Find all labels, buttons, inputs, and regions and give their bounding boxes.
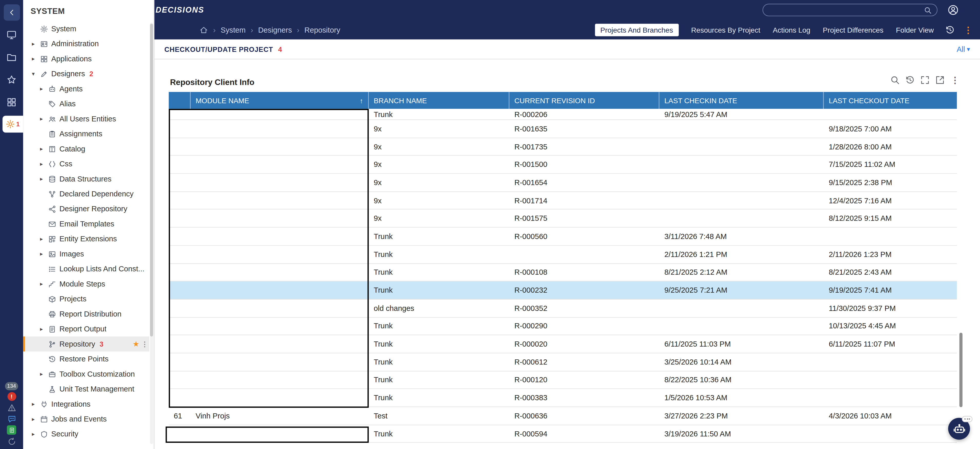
item-menu-icon[interactable]: ⋮ bbox=[142, 341, 146, 348]
warnings-icon[interactable] bbox=[6, 403, 17, 412]
sidebar-item-css[interactable]: Css bbox=[23, 157, 149, 171]
sidebar-item-declared-dependency[interactable]: Declared Dependency bbox=[23, 186, 149, 201]
expand-caret-icon[interactable] bbox=[32, 431, 40, 437]
errors-badge[interactable]: ! bbox=[7, 392, 16, 401]
favorite-star-icon[interactable]: ★ bbox=[133, 340, 139, 348]
tab-resources-by-project[interactable]: Resources By Project bbox=[691, 26, 760, 34]
sidebar-item-integrations[interactable]: Integrations bbox=[23, 396, 149, 412]
tab-actions-log[interactable]: Actions Log bbox=[773, 26, 810, 34]
sidebar-item-designers[interactable]: Designers 2 bbox=[23, 66, 149, 81]
expand-caret-icon[interactable] bbox=[40, 251, 48, 257]
system-settings-icon[interactable]: 1 bbox=[3, 116, 23, 133]
column-header-module-name[interactable]: MODULE NAME↑ bbox=[191, 92, 369, 109]
breadcrumb-item[interactable]: System bbox=[221, 26, 245, 34]
tab-project-differences[interactable]: Project Differences bbox=[823, 26, 883, 34]
more-icon[interactable]: ⋮ bbox=[950, 75, 960, 85]
column-header-last-checkout-date[interactable]: LAST CHECKOUT DATE bbox=[824, 92, 957, 109]
cell-branch-name: Test bbox=[369, 407, 509, 424]
sidebar-item-jobs-and-events[interactable]: Jobs and Events bbox=[23, 412, 149, 427]
folders-icon[interactable] bbox=[3, 48, 20, 66]
breadcrumb-item[interactable]: Designers bbox=[258, 26, 292, 34]
sidebar-item-images[interactable]: Images bbox=[23, 246, 149, 261]
sidebar-item-label: Declared Dependency bbox=[59, 189, 134, 198]
css-icon bbox=[48, 160, 56, 168]
column-header-select[interactable] bbox=[169, 92, 191, 109]
header-more-icon[interactable]: ⋮ bbox=[964, 26, 972, 34]
sidebar-item-system[interactable]: System bbox=[23, 21, 149, 36]
flask-icon bbox=[48, 385, 56, 393]
column-header-branch-name[interactable]: BRANCH NAME bbox=[369, 92, 509, 109]
search-icon[interactable] bbox=[890, 75, 900, 85]
expand-caret-icon[interactable] bbox=[40, 146, 48, 152]
expand-caret-icon[interactable] bbox=[40, 116, 48, 122]
sidebar-item-designer-repository[interactable]: Designer Repository bbox=[23, 201, 149, 216]
grid-scrollbar-thumb[interactable] bbox=[959, 333, 963, 407]
column-header-last-checkin-date[interactable]: LAST CHECKIN DATE bbox=[659, 92, 824, 109]
sidebar-item-catalog[interactable]: Catalog bbox=[23, 141, 149, 157]
expand-caret-icon[interactable] bbox=[32, 70, 40, 77]
expand-caret-icon[interactable] bbox=[32, 416, 40, 422]
expand-caret-icon[interactable] bbox=[40, 86, 48, 92]
expand-caret-icon[interactable] bbox=[32, 56, 40, 62]
sidebar-item-unit-test-management[interactable]: Unit Test Management bbox=[23, 382, 149, 396]
sidebar-item-repository[interactable]: Repository 3 ★ ⋮ bbox=[23, 337, 149, 352]
sidebar-item-assignments[interactable]: Assignments bbox=[23, 126, 149, 141]
assistant-button[interactable] bbox=[948, 418, 970, 439]
sidebar-item-lookup-lists-and-const[interactable]: Lookup Lists And Const... bbox=[23, 261, 149, 276]
sidebar-item-data-structures[interactable]: Data Structures bbox=[23, 171, 149, 186]
column-header-current-revision-id[interactable]: CURRENT REVISION ID bbox=[509, 92, 660, 109]
sidebar-item-security[interactable]: Security bbox=[23, 427, 149, 441]
collapse-panel-button[interactable] bbox=[3, 4, 19, 21]
refresh-icon[interactable] bbox=[905, 75, 915, 85]
notes-icon[interactable] bbox=[7, 425, 16, 435]
calendar-icon bbox=[40, 415, 48, 423]
search-icon[interactable] bbox=[924, 6, 932, 14]
tab-folder-view[interactable]: Folder View bbox=[896, 26, 934, 34]
tasks-count-badge[interactable]: 134 bbox=[5, 382, 18, 390]
sidebar-item-all-users-entities[interactable]: All Users Entities bbox=[23, 112, 149, 126]
breadcrumb-item[interactable]: Repository bbox=[304, 26, 340, 34]
table-row[interactable]: 61 Vinh Projs Test R-000636 3/27/2026 2:… bbox=[169, 407, 957, 425]
favorites-icon[interactable] bbox=[3, 70, 20, 88]
sync-icon[interactable] bbox=[6, 436, 17, 446]
tab-projects-and-branches[interactable]: Projects And Branches bbox=[595, 23, 679, 36]
expand-caret-icon[interactable] bbox=[40, 326, 48, 332]
steps-icon bbox=[48, 280, 56, 288]
home-icon[interactable] bbox=[199, 26, 208, 34]
sidebar-item-applications[interactable]: Applications bbox=[23, 51, 149, 66]
expand-caret-icon[interactable] bbox=[32, 41, 40, 47]
sidebar-item-report-output[interactable]: Report Output bbox=[23, 321, 149, 336]
account-icon[interactable] bbox=[947, 4, 959, 16]
sidebar-item-toolbox-customization[interactable]: Toolbox Customization bbox=[23, 367, 149, 382]
gear-icon bbox=[40, 25, 48, 33]
apps-icon[interactable] bbox=[3, 93, 20, 111]
expand-caret-icon[interactable] bbox=[40, 161, 48, 167]
sidebar-item-entity-extensions[interactable]: Entity Extensions bbox=[23, 231, 149, 246]
cell-branch-name: 9x bbox=[369, 174, 509, 191]
sidebar-item-agents[interactable]: Agents bbox=[23, 81, 149, 96]
sidebar-item-alias[interactable]: Alias bbox=[23, 96, 149, 111]
studio-icon[interactable] bbox=[3, 26, 20, 43]
checkout-update-project-link[interactable]: CHECKOUT/UPDATE PROJECT bbox=[164, 45, 273, 53]
chat-icon[interactable] bbox=[6, 414, 17, 423]
expand-icon[interactable] bbox=[920, 75, 930, 85]
sidebar-item-administration[interactable]: Administration bbox=[23, 36, 149, 51]
sidebar-item-module-steps[interactable]: Module Steps bbox=[23, 276, 149, 291]
expand-caret-icon[interactable] bbox=[32, 401, 40, 407]
sidebar-item-email-templates[interactable]: Email Templates bbox=[23, 216, 149, 231]
expand-caret-icon[interactable] bbox=[40, 281, 48, 287]
global-search[interactable] bbox=[762, 4, 937, 16]
sidebar-item-restore-points[interactable]: Restore Points bbox=[23, 352, 149, 366]
expand-caret-icon[interactable] bbox=[40, 371, 48, 377]
cell-checkout-date: 9/19/2025 7:41 AM bbox=[824, 281, 957, 299]
history-icon[interactable] bbox=[945, 25, 955, 35]
sidebar-scrollbar-thumb[interactable] bbox=[150, 24, 153, 337]
expand-caret-icon[interactable] bbox=[40, 176, 48, 182]
search-input[interactable] bbox=[768, 6, 924, 14]
expand-caret-icon[interactable] bbox=[40, 236, 48, 242]
export-icon[interactable] bbox=[935, 75, 945, 85]
cell-module-name: Vinh Projs bbox=[191, 407, 369, 424]
sidebar-item-report-distribution[interactable]: Report Distribution bbox=[23, 307, 149, 321]
sidebar-item-projects[interactable]: Projects bbox=[23, 291, 149, 306]
filter-dropdown[interactable]: All▾ bbox=[957, 45, 970, 53]
